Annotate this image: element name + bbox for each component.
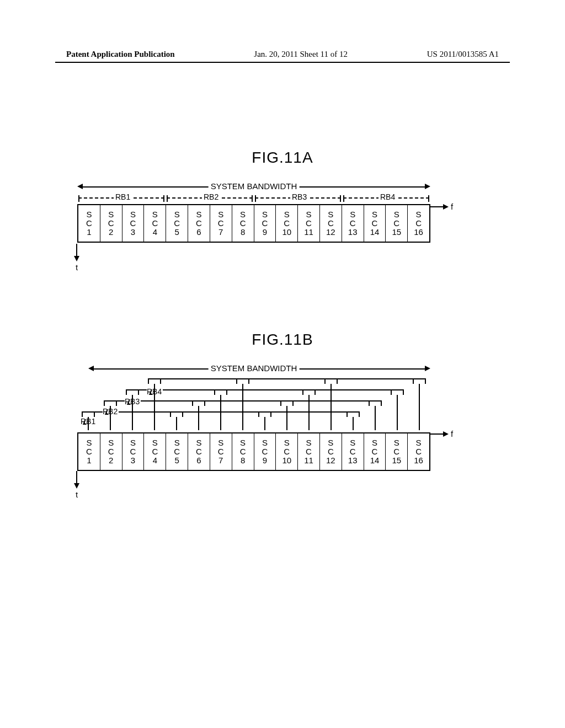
sc-num: 13 [348, 456, 358, 465]
t-axis-b: t [74, 471, 79, 499]
sc-top: S [130, 210, 136, 219]
figure-b: SYSTEM BANDWIDTH RB1RB2RB3RB4 SC1SC2SC3S… [77, 364, 475, 471]
f-axis-label-a: f [451, 202, 453, 211]
subcarrier-cell: SC7 [210, 433, 232, 470]
f-axis-label-b: f [451, 429, 453, 438]
t-axis-label-b: t [76, 490, 78, 499]
rb-groups-row-a: RB1RB2RB3RB4 [77, 193, 430, 203]
rb-member-cap [192, 400, 205, 406]
sc-top: S [284, 210, 290, 219]
rb-drop [419, 378, 420, 430]
sc-mid: C [130, 219, 136, 228]
rb-label: RB2 [202, 192, 220, 201]
sc-mid: C [262, 447, 268, 456]
sc-num: 9 [263, 456, 267, 465]
subcarrier-cell: SC8 [232, 433, 254, 470]
sc-num: 6 [196, 456, 201, 465]
sc-num: 16 [414, 228, 423, 237]
sc-top: S [416, 438, 422, 447]
subcarrier-cell: SC2 [100, 205, 122, 242]
sc-num: 14 [370, 228, 380, 237]
page-header: Patent Application Publication Jan. 20, … [66, 50, 499, 59]
sc-mid: C [415, 219, 422, 228]
sc-mid: C [218, 219, 224, 228]
subcarrier-cell: SC1 [78, 433, 100, 470]
sc-num: 10 [282, 456, 291, 465]
sc-top: S [416, 210, 422, 219]
sc-top: S [218, 210, 223, 219]
sc-top: S [108, 210, 114, 219]
sc-top: S [306, 438, 312, 447]
rb-drop [154, 378, 155, 430]
sc-mid: C [86, 447, 92, 456]
figure-a: SYSTEM BANDWIDTH RB1RB2RB3RB4 SC1SC2SC3S… [77, 182, 475, 243]
sc-num: 15 [392, 228, 401, 237]
rb-distributed-stack: RB1RB2RB3RB4 [77, 375, 430, 430]
sc-num: 8 [241, 456, 245, 465]
sc-num: 4 [153, 228, 157, 237]
sc-mid: C [86, 219, 92, 228]
sc-mid: C [196, 447, 202, 456]
sc-top: S [262, 438, 268, 447]
rb-member-cap [391, 389, 404, 395]
subcarrier-cell: SC8 [232, 205, 254, 242]
rb-member-cap [236, 378, 249, 384]
subcarrier-cell: SC7 [210, 205, 232, 242]
sc-mid: C [372, 219, 378, 228]
t-axis-label-a: t [76, 263, 78, 272]
sc-num: 9 [263, 228, 267, 237]
sc-mid: C [108, 447, 114, 456]
sc-num: 16 [414, 456, 423, 465]
rb-member-cap [347, 411, 360, 417]
subcarrier-cell: SC3 [122, 205, 145, 242]
sc-mid: C [152, 219, 158, 228]
rb-connector [154, 378, 419, 379]
subcarrier-cell: SC1 [78, 205, 100, 242]
sc-top: S [394, 438, 399, 447]
rb-member-cap [413, 378, 426, 384]
sc-mid: C [372, 447, 378, 456]
sc-mid: C [393, 219, 399, 228]
subcarrier-cell: SC11 [298, 205, 320, 242]
sc-mid: C [306, 219, 312, 228]
rb-member-cap [214, 389, 227, 395]
sc-num: 3 [131, 228, 135, 237]
rb-member-cap [280, 400, 294, 406]
sc-mid: C [108, 219, 114, 228]
subcarrier-cell: SC6 [188, 433, 210, 470]
system-bandwidth-label-b: SYSTEM BANDWIDTH [209, 363, 300, 373]
subcarrier-cell: SC10 [276, 205, 298, 242]
sc-num: 7 [218, 228, 223, 237]
sc-top: S [262, 210, 268, 219]
sc-mid: C [130, 447, 136, 456]
sc-top: S [394, 210, 399, 219]
sc-mid: C [284, 447, 290, 456]
header-rule [55, 62, 510, 63]
sc-mid: C [393, 447, 399, 456]
sc-mid: C [350, 447, 356, 456]
rb-label: RB3 [290, 192, 308, 201]
rb-member-cap [126, 389, 139, 395]
figure-a-title: FIG.11A [0, 149, 565, 167]
sc-num: 2 [109, 228, 113, 237]
rb-label: RB4 [379, 192, 397, 201]
rb-member-cap [148, 378, 161, 384]
page: Patent Application Publication Jan. 20, … [0, 0, 565, 728]
subcarrier-cell: SC12 [320, 433, 342, 470]
rb-drop [331, 378, 332, 430]
sc-num: 7 [218, 456, 223, 465]
rb-member-cap [170, 411, 183, 417]
sc-mid: C [284, 219, 290, 228]
subcarrier-cell: SC4 [144, 205, 166, 242]
sc-num: 5 [174, 228, 179, 237]
sc-top: S [152, 438, 158, 447]
sc-top: S [174, 210, 180, 219]
sc-top: S [350, 210, 355, 219]
subcarrier-cell: SC16 [408, 433, 429, 470]
rb-member-cap [369, 400, 382, 406]
subcarrier-cell: SC13 [342, 205, 364, 242]
sc-mid: C [328, 219, 334, 228]
subcarrier-cell: SC4 [144, 433, 166, 470]
sc-num: 2 [109, 456, 113, 465]
sc-num: 4 [153, 456, 157, 465]
